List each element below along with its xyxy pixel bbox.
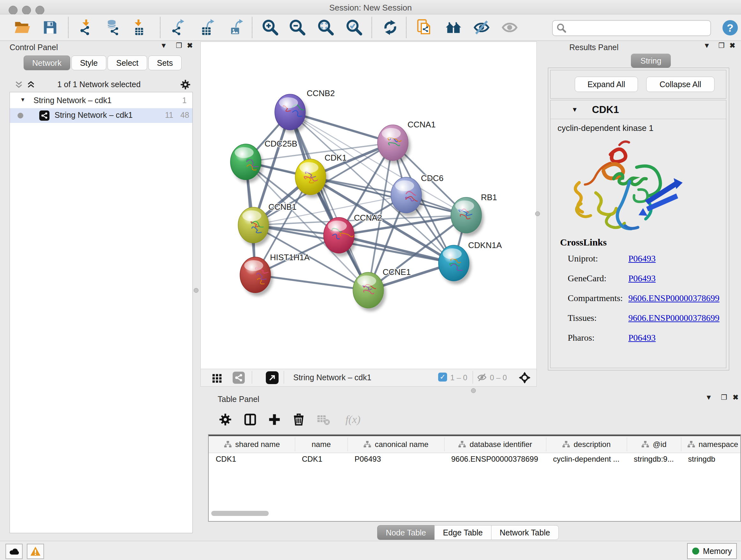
network-view-canvas[interactable]: CCNB2CCNA1CDC25BCDK1CDC6RB1CCNB1CCNA2CDK… <box>200 42 537 369</box>
table-cell[interactable]: stringdb:9... <box>627 455 681 463</box>
zoom-in-button[interactable] <box>261 17 279 38</box>
panel-menu-icon[interactable]: ▼ <box>704 393 714 401</box>
panel-close-icon[interactable]: ✖ <box>731 393 740 401</box>
table-cell[interactable]: cyclin-dependent ... <box>546 455 627 463</box>
network-node-CDC6[interactable]: CDC6 <box>391 173 444 216</box>
network-node-CDKN1A[interactable]: CDKN1A <box>439 240 502 284</box>
cloud-status-button[interactable] <box>5 544 23 559</box>
zoom-out-button[interactable] <box>288 17 307 38</box>
show-all-networks-button[interactable] <box>444 17 463 38</box>
toolbar-separator <box>372 17 372 38</box>
warnings-button[interactable] <box>27 544 44 559</box>
collapse-all-button[interactable]: Collapse All <box>646 77 715 92</box>
horizontal-splitter-handle[interactable] <box>471 388 476 393</box>
network-node-HIST1H1A[interactable]: HIST1H1A <box>240 253 310 296</box>
panel-close-icon[interactable]: ✖ <box>728 42 737 50</box>
warning-icon <box>30 546 41 557</box>
network-node-CCNB1[interactable]: CCNB1 <box>238 202 296 246</box>
expand-all-button[interactable]: Expand All <box>575 77 638 92</box>
apply-layout-button[interactable] <box>381 17 400 38</box>
control-tab-style[interactable]: Style <box>71 56 107 70</box>
column-header--id[interactable]: @id <box>627 437 681 451</box>
control-tab-network[interactable]: Network <box>23 56 70 70</box>
zoom-selected-button[interactable] <box>345 17 363 38</box>
export-image-button[interactable] <box>227 17 246 38</box>
results-tab-string[interactable]: String <box>631 54 671 68</box>
table-cell[interactable]: 9606.ENSP00000378699 <box>444 455 546 463</box>
crosslink-row: Uniprot:P06493 <box>568 253 727 264</box>
crosslink-value-link[interactable]: 9606.ENSP00000378699 <box>628 293 719 303</box>
table-tab-edge-table[interactable]: Edge Table <box>434 525 491 540</box>
crosslink-label: Tissues: <box>568 313 597 323</box>
control-tab-sets[interactable]: Sets <box>148 56 182 70</box>
network-node-RB1[interactable]: RB1 <box>451 192 497 236</box>
panel-menu-icon[interactable]: ▼ <box>159 42 169 50</box>
export-table-button[interactable] <box>199 17 217 38</box>
node-section-header[interactable]: ▼ CDK1 <box>550 100 726 119</box>
create-column-button[interactable] <box>267 412 282 427</box>
export-network-button[interactable] <box>169 17 188 38</box>
delete-column-button[interactable] <box>291 412 307 427</box>
crosslink-value-link[interactable]: P06493 <box>628 333 656 343</box>
network-graph[interactable]: CCNB2CCNA1CDC25BCDK1CDC6RB1CCNB1CCNA2CDK… <box>201 42 536 369</box>
open-in-new-window-button[interactable] <box>266 371 279 384</box>
clone-network-button[interactable] <box>415 17 434 38</box>
toolbar-separator <box>160 17 160 38</box>
node-table[interactable]: shared namenamecanonical namedatabase id… <box>208 434 741 522</box>
table-options-button[interactable] <box>218 412 233 427</box>
column-header-name[interactable]: name <box>295 437 348 451</box>
network-collection-row[interactable]: ▼ String Network – cdk1 1 <box>10 94 192 108</box>
network-edge[interactable] <box>290 112 368 290</box>
network-node-CCNA2[interactable]: CCNA2 <box>324 213 382 256</box>
panel-close-icon[interactable]: ✖ <box>185 42 195 50</box>
open-folder-icon <box>14 19 30 36</box>
table-tab-node-table[interactable]: Node Table <box>377 525 434 540</box>
left-splitter-handle[interactable] <box>194 288 199 293</box>
open-session-button[interactable] <box>13 17 31 38</box>
network-node-CCNA1[interactable]: CCNA1 <box>378 120 435 164</box>
section-collapse-icon[interactable]: ▼ <box>571 106 578 113</box>
table-cell[interactable]: CDK1 <box>295 455 347 463</box>
panel-menu-icon[interactable]: ▼ <box>702 42 712 50</box>
tree-expand-icon[interactable]: ▼ <box>20 97 25 103</box>
import-table-button[interactable] <box>130 17 148 38</box>
column-header-namespace[interactable]: namespace <box>681 437 741 451</box>
control-tab-select[interactable]: Select <box>108 56 147 70</box>
panel-float-icon[interactable]: ❐ <box>174 42 184 50</box>
memory-button[interactable]: Memory <box>687 543 737 559</box>
import-network-from-database-button[interactable] <box>103 17 121 38</box>
zoom-fit-button[interactable] <box>316 17 335 38</box>
clone-network-icon <box>416 19 433 36</box>
column-header-description[interactable]: description <box>546 437 627 451</box>
selected-checkbox-icon[interactable]: ✓ <box>438 373 447 381</box>
show-columns-button[interactable] <box>243 412 258 427</box>
crosslink-value-link[interactable]: 9606.ENSP00000378699 <box>628 313 719 323</box>
table-cell[interactable]: P06493 <box>347 455 444 463</box>
panel-float-icon[interactable]: ❐ <box>719 393 729 401</box>
search-input[interactable] <box>569 22 704 34</box>
hide-selected-button[interactable] <box>472 17 491 38</box>
birds-eye-grid-icon[interactable] <box>212 372 222 383</box>
import-network-button[interactable] <box>77 17 95 38</box>
crosslink-value-link[interactable]: P06493 <box>628 253 656 264</box>
options-gear-icon[interactable] <box>180 79 191 90</box>
save-session-button[interactable] <box>41 17 59 38</box>
column-header-shared-name[interactable]: shared name <box>209 437 295 451</box>
horizontal-scrollbar[interactable] <box>211 511 269 516</box>
hidden-eye-slash-icon[interactable] <box>477 373 487 382</box>
show-hidden-button[interactable] <box>500 17 519 38</box>
table-tab-network-table[interactable]: Network Table <box>491 525 559 540</box>
crosslink-value-link[interactable]: P06493 <box>628 273 656 284</box>
fit-selected-crosshair-icon[interactable] <box>519 372 531 384</box>
table-cell[interactable]: stringdb <box>681 455 741 463</box>
column-header-database-identifier[interactable]: database identifier <box>444 437 546 451</box>
table-cell[interactable]: CDK1 <box>209 455 295 463</box>
panel-float-icon[interactable]: ❐ <box>717 42 726 50</box>
column-label: database identifier <box>469 440 532 449</box>
network-node-CCNE1[interactable]: CCNE1 <box>353 267 411 311</box>
refresh-layout-icon <box>382 19 399 36</box>
network-row-selected[interactable]: String Network – cdk1 11 48 <box>10 108 192 123</box>
column-header-canonical-name[interactable]: canonical name <box>347 437 445 451</box>
toolbar-search[interactable] <box>552 20 711 36</box>
help-button[interactable]: ? <box>723 20 738 36</box>
